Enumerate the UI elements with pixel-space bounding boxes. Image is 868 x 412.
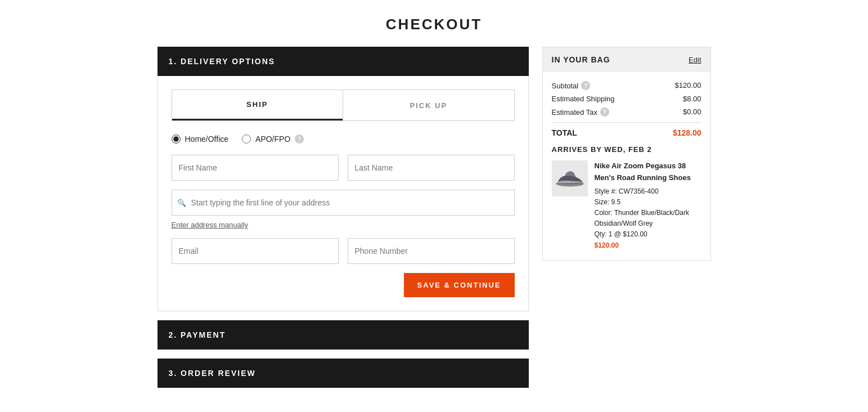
bag-edit-link[interactable]: Edit <box>689 56 701 64</box>
tax-value: $0.00 <box>683 108 701 117</box>
save-continue-button[interactable]: SAVE & CONTINUE <box>404 273 515 297</box>
tax-help-icon[interactable]: ? <box>600 108 609 117</box>
shipping-label: Estimated Shipping <box>552 95 615 103</box>
bag-header: IN YOUR BAG Edit <box>543 47 710 72</box>
home-office-radio[interactable]: Home/Office <box>172 135 229 144</box>
address-input[interactable] <box>172 190 515 216</box>
address-type-radios: Home/Office APO/FPO ? <box>172 135 515 144</box>
subtotal-value: $120.00 <box>675 81 701 90</box>
tax-row: Estimated Tax ? $0.00 <box>552 108 701 117</box>
arrives-text: ARRIVES BY WED, FEB 2 <box>552 145 701 154</box>
delivery-tabs: SHIP PICK UP <box>172 89 515 121</box>
product-name: Nike Air Zoom Pegasus 38 Men's Road Runn… <box>595 160 701 184</box>
total-row: TOTAL $128.00 <box>552 122 701 137</box>
product-row: Nike Air Zoom Pegasus 38 Men's Road Runn… <box>552 160 701 251</box>
search-icon: 🔍 <box>177 199 186 207</box>
phone-input[interactable] <box>348 238 515 264</box>
delivery-section-header: 1. DELIVERY OPTIONS <box>158 47 529 76</box>
product-qty: Qty: 1 @ $120.00 <box>595 229 701 240</box>
apo-help-icon[interactable]: ? <box>295 135 304 144</box>
apo-fpo-radio[interactable]: APO/FPO ? <box>242 135 304 144</box>
total-value: $128.00 <box>673 128 701 137</box>
last-name-input[interactable] <box>348 155 515 181</box>
first-name-input[interactable] <box>172 155 339 181</box>
tax-label: Estimated Tax ? <box>552 108 609 117</box>
product-price: $120.00 <box>595 240 701 251</box>
subtotal-row: Subtotal ? $120.00 <box>552 81 701 90</box>
order-review-section-header: 3. ORDER REVIEW <box>158 359 529 388</box>
ship-tab[interactable]: SHIP <box>172 90 343 120</box>
shipping-value: $8.00 <box>683 95 701 103</box>
payment-section-header: 2. PAYMENT <box>158 320 529 350</box>
product-style: Style #: CW7356-400 <box>595 186 701 197</box>
subtotal-label: Subtotal ? <box>552 81 591 90</box>
shipping-row: Estimated Shipping $8.00 <box>552 95 701 103</box>
enter-address-manually-link[interactable]: Enter address manually <box>172 221 249 229</box>
total-label: TOTAL <box>552 128 577 137</box>
page-title: CHECKOUT <box>0 0 868 47</box>
pickup-tab[interactable]: PICK UP <box>343 90 514 120</box>
product-color: Color: Thunder Blue/Black/Dark Obsidian/… <box>595 208 701 229</box>
address-search-row: 🔍 <box>172 190 515 216</box>
name-row <box>172 155 515 181</box>
bag-panel: IN YOUR BAG Edit Subtotal ? $120.00 Esti… <box>542 47 711 261</box>
subtotal-help-icon[interactable]: ? <box>581 81 590 90</box>
product-image <box>552 160 588 196</box>
contact-row <box>172 238 515 264</box>
bag-title: IN YOUR BAG <box>552 55 610 64</box>
email-input[interactable] <box>172 238 339 264</box>
product-size: Size: 9.5 <box>595 197 701 208</box>
product-details: Nike Air Zoom Pegasus 38 Men's Road Runn… <box>595 160 701 251</box>
